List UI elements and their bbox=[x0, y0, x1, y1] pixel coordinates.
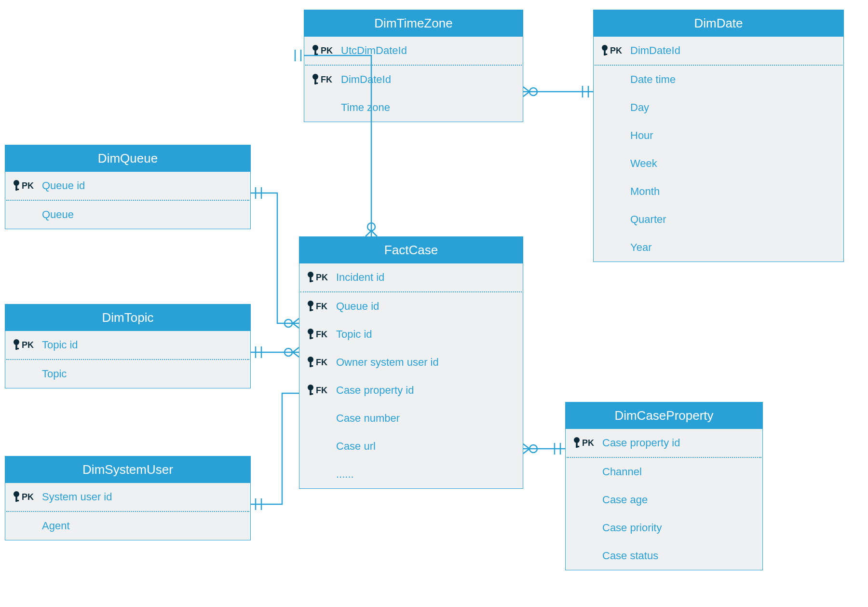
column-row: FKCase property id bbox=[299, 376, 523, 404]
entity-columns: PKCase property idChannelCase ageCase pr… bbox=[566, 429, 762, 570]
column-label: Topic id bbox=[42, 339, 78, 351]
fk-icon: FK bbox=[306, 356, 336, 369]
entity-header: DimSystemUser bbox=[5, 456, 250, 483]
key-tag: FK bbox=[321, 75, 332, 85]
column-label: Case status bbox=[602, 550, 658, 562]
key-tag: PK bbox=[22, 492, 34, 502]
pk-icon: PK bbox=[12, 491, 42, 503]
pk-icon: PK bbox=[600, 44, 630, 57]
column-label: DimDateId bbox=[341, 73, 391, 86]
column-label: Case age bbox=[602, 494, 648, 506]
column-row: PKDimDateId bbox=[594, 37, 843, 65]
entity-columns: PKIncident id FKQueue id FKTopic id FKOw… bbox=[299, 263, 523, 488]
column-label: Day bbox=[630, 101, 649, 114]
entity-header: DimQueue bbox=[5, 145, 250, 172]
pk-icon: PK bbox=[12, 179, 42, 192]
entity-header: DimCaseProperty bbox=[566, 402, 762, 429]
column-label: Case priority bbox=[602, 522, 662, 534]
key-tag: FK bbox=[316, 358, 327, 368]
column-label: Month bbox=[630, 185, 660, 198]
column-label: Week bbox=[630, 157, 657, 170]
svg-rect-14 bbox=[314, 83, 318, 84]
column-row: Channel bbox=[566, 458, 762, 486]
column-label: Time zone bbox=[341, 101, 390, 114]
key-tag: PK bbox=[22, 340, 34, 350]
column-label: UtcDimDateId bbox=[341, 44, 407, 57]
key-tag: PK bbox=[316, 273, 328, 283]
column-row: FKQueue id bbox=[299, 292, 523, 320]
column-row: ...... bbox=[299, 460, 523, 488]
pk-icon: PK bbox=[572, 437, 602, 449]
column-row: Week bbox=[594, 150, 843, 178]
column-row: FKDimDateId bbox=[304, 66, 523, 94]
column-label: Case url bbox=[336, 440, 376, 453]
column-row: Agent bbox=[5, 512, 250, 540]
column-label: Case property id bbox=[336, 384, 414, 397]
column-row: FKTopic id bbox=[299, 320, 523, 348]
entity-columns: PKDimDateIdDate timeDayHourWeekMonthQuar… bbox=[594, 37, 843, 262]
column-row: PKTopic id bbox=[5, 331, 250, 359]
column-row: Case number bbox=[299, 404, 523, 432]
pk-icon: PK bbox=[306, 271, 336, 284]
fk-icon: FK bbox=[306, 384, 336, 397]
key-tag: PK bbox=[610, 46, 622, 56]
column-row: Time zone bbox=[304, 94, 523, 122]
column-label: Topic id bbox=[336, 328, 372, 341]
svg-rect-20 bbox=[310, 309, 313, 311]
column-row: Hour bbox=[594, 122, 843, 150]
column-label: Queue id bbox=[336, 300, 379, 313]
column-row: Month bbox=[594, 178, 843, 206]
column-row: Case priority bbox=[566, 514, 762, 542]
column-row: Quarter bbox=[594, 206, 843, 234]
entity-dimcaseproperty: DimCaseProperty PKCase property idChanne… bbox=[565, 402, 763, 570]
entity-dimqueue: DimQueue PKQueue idQueue bbox=[5, 145, 251, 229]
entity-dimsystemuser: DimSystemUser PKSystem user idAgent bbox=[5, 456, 251, 540]
svg-rect-32 bbox=[604, 54, 607, 55]
pk-icon: PK bbox=[12, 339, 42, 351]
column-label: Hour bbox=[630, 129, 653, 142]
column-row: PKCase property id bbox=[566, 429, 762, 457]
entity-header: DimDate bbox=[594, 10, 843, 37]
column-label: Owner system user id bbox=[336, 356, 439, 369]
column-label: Quarter bbox=[630, 213, 666, 226]
svg-rect-5 bbox=[15, 348, 19, 349]
column-label: Topic bbox=[42, 368, 67, 380]
column-label: DimDateId bbox=[630, 44, 680, 57]
entity-dimtopic: DimTopic PKTopic idTopic bbox=[5, 304, 251, 388]
er-diagram-canvas: DimQueue PKQueue idQueueDimTopic PKTopic… bbox=[0, 0, 868, 607]
column-row: Date time bbox=[594, 66, 843, 94]
svg-rect-26 bbox=[310, 365, 313, 367]
entity-columns: PKQueue idQueue bbox=[5, 172, 250, 229]
svg-rect-2 bbox=[15, 189, 19, 190]
key-tag: PK bbox=[321, 46, 333, 56]
svg-rect-8 bbox=[15, 500, 19, 501]
svg-rect-17 bbox=[310, 280, 313, 282]
entity-header: FactCase bbox=[299, 237, 523, 263]
key-tag: PK bbox=[22, 181, 34, 191]
entity-header: DimTimeZone bbox=[304, 10, 523, 37]
column-row: Case url bbox=[299, 432, 523, 460]
column-row: Case age bbox=[566, 486, 762, 514]
svg-rect-11 bbox=[314, 54, 318, 55]
column-label: Year bbox=[630, 241, 651, 254]
column-row: Year bbox=[594, 234, 843, 262]
column-row: PKUtcDimDateId bbox=[304, 37, 523, 65]
entity-columns: PKSystem user idAgent bbox=[5, 483, 250, 540]
svg-rect-23 bbox=[310, 337, 313, 339]
entity-factcase: FactCase PKIncident id FKQueue id FKTopi… bbox=[299, 236, 523, 489]
fk-icon: FK bbox=[306, 328, 336, 341]
column-label: Incident id bbox=[336, 271, 384, 284]
column-row: Case status bbox=[566, 542, 762, 570]
fk-icon: FK bbox=[311, 73, 341, 86]
column-label: Case property id bbox=[602, 437, 680, 449]
key-tag: FK bbox=[316, 330, 327, 340]
entity-header: DimTopic bbox=[5, 304, 250, 331]
svg-rect-29 bbox=[310, 393, 313, 395]
fk-icon: FK bbox=[306, 300, 336, 313]
pk-icon: PK bbox=[311, 44, 341, 57]
entity-columns: PKTopic idTopic bbox=[5, 331, 250, 388]
column-label: Queue bbox=[42, 208, 74, 221]
column-label: Agent bbox=[42, 520, 70, 532]
column-label: System user id bbox=[42, 491, 112, 503]
column-label: Case number bbox=[336, 412, 400, 425]
